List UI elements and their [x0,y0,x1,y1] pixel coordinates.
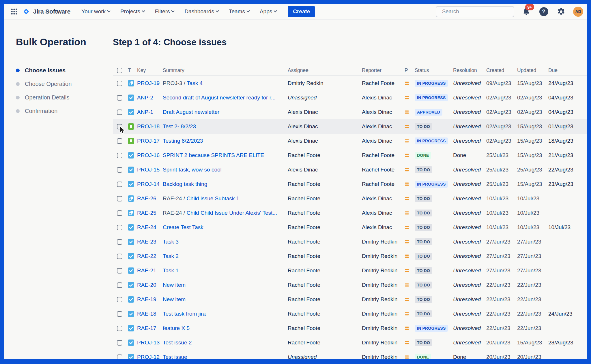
step-choose-issues[interactable]: Choose Issues [16,64,108,77]
row-checkbox[interactable] [117,311,122,317]
status-badge[interactable]: DONE [415,152,431,159]
avatar[interactable]: AD [573,7,583,17]
status-badge[interactable]: TO DO [415,238,432,245]
row-checkbox[interactable] [117,138,122,144]
column-header-t[interactable]: T [128,67,137,73]
summary-link[interactable]: Second draft of August newsletter ready … [163,95,276,101]
column-header-p[interactable]: P [405,67,415,73]
status-badge[interactable]: TO DO [415,310,432,317]
column-header-summary[interactable]: Summary [163,67,288,73]
issue-key-link[interactable]: PROJ-14 [137,181,160,187]
issue-key-link[interactable]: PROJ-18 [137,123,160,129]
column-header-assignee[interactable]: Assignee [288,67,362,73]
column-header-due[interactable]: Due [548,67,583,73]
issue-key-link[interactable]: RAE-19 [137,296,156,302]
column-header-updated[interactable]: Updated [517,67,548,73]
summary-link[interactable]: Child Child Issue Under Alexis' Test... [186,210,277,216]
select-all-checkbox[interactable] [117,68,122,73]
issue-key-link[interactable]: ANP-2 [137,95,153,101]
status-badge[interactable]: APPROVED [415,109,442,116]
issue-key-link[interactable]: PROJ-19 [137,80,160,86]
summary-link[interactable]: Testing 8/2/2023 [163,138,203,144]
column-header-key[interactable]: Key [137,67,163,73]
issue-key-link[interactable]: RAE-25 [137,210,156,216]
issue-key-link[interactable]: PROJ-13 [137,340,160,346]
row-checkbox[interactable] [117,225,122,230]
issue-key-link[interactable]: RAE-22 [137,253,156,259]
status-badge[interactable]: TO DO [415,224,432,231]
status-badge[interactable]: TO DO [415,282,432,288]
row-checkbox[interactable] [117,326,122,331]
summary-link[interactable]: Task 4 [187,80,203,86]
status-badge[interactable]: TO DO [415,210,432,216]
status-badge[interactable]: TO DO [415,339,432,346]
row-checkbox[interactable] [117,297,122,302]
help-button[interactable]: ? [538,6,549,17]
summary-link[interactable]: feature X 5 [163,325,190,331]
issue-key-link[interactable]: PROJ-15 [137,167,160,173]
row-checkbox[interactable] [117,167,122,173]
issue-key-link[interactable]: RAE-26 [137,195,156,201]
status-badge[interactable]: TO DO [415,195,432,202]
status-badge[interactable]: IN PROGRESS [415,137,448,144]
summary-link[interactable]: Backlog task thing [163,181,207,187]
notifications-button[interactable]: 9+ [521,6,532,17]
issue-key-link[interactable]: PROJ-12 [137,354,160,359]
summary-link[interactable]: Task 3 [163,239,179,245]
status-badge[interactable]: TO DO [415,253,432,260]
issue-key-link[interactable]: ANP-1 [137,109,153,115]
issue-key-link[interactable]: RAE-24 [137,224,156,230]
status-badge[interactable]: TO DO [415,166,432,173]
status-badge[interactable]: IN PROGRESS [415,325,448,332]
status-badge[interactable]: TO DO [415,296,432,303]
column-header-reporter[interactable]: Reporter [362,67,405,73]
nav-item-dashboards[interactable]: Dashboards [184,8,218,15]
column-header-status[interactable]: Status [415,67,453,73]
issue-key-link[interactable]: RAE-23 [137,239,156,245]
row-checkbox[interactable] [117,354,122,359]
row-checkbox[interactable] [117,239,122,245]
summary-link[interactable]: New item [163,282,186,288]
row-checkbox[interactable] [117,210,122,216]
nav-item-teams[interactable]: Teams [229,8,249,15]
row-checkbox[interactable] [117,340,122,346]
row-checkbox[interactable] [117,196,122,201]
nav-item-filters[interactable]: Filters [155,8,174,15]
step-choose-operation[interactable]: Choose Operation [16,77,108,91]
summary-link[interactable]: Test 2- 8/2/23 [163,123,196,129]
issue-key-link[interactable]: RAE-18 [137,311,156,317]
issue-key-link[interactable]: PROJ-17 [137,138,160,144]
settings-button[interactable] [556,6,566,17]
step-confirmation[interactable]: Confirmation [16,104,108,118]
status-badge[interactable]: IN PROGRESS [415,80,448,87]
column-header-created[interactable]: Created [486,67,517,73]
row-checkbox[interactable] [117,268,122,274]
row-checkbox[interactable] [117,182,122,187]
issue-key-link[interactable]: RAE-17 [137,325,156,331]
row-checkbox[interactable] [117,110,122,115]
nav-item-projects[interactable]: Projects [120,8,145,15]
summary-link[interactable]: Task 1 [163,267,179,274]
create-button[interactable]: Create [288,6,315,17]
summary-link[interactable]: Create Test Task [163,224,203,230]
summary-link[interactable]: Test task from jira [163,311,206,317]
column-header-resolution[interactable]: Resolution [453,67,486,73]
app-switcher-button[interactable] [8,6,20,17]
row-checkbox[interactable] [117,282,122,288]
summary-link[interactable]: Test issue 2 [163,340,192,346]
row-checkbox[interactable] [117,153,122,158]
issue-key-link[interactable]: RAE-20 [137,282,156,288]
step-operation-details[interactable]: Operation Details [16,91,108,104]
summary-link[interactable]: Child issue Subtask 1 [186,195,239,201]
nav-item-your-work[interactable]: Your work [81,8,110,15]
status-badge[interactable]: TO DO [415,123,432,130]
issue-key-link[interactable]: PROJ-16 [137,152,160,158]
summary-link[interactable]: Test issue [163,354,187,359]
row-checkbox[interactable] [117,254,122,259]
issue-key-link[interactable]: RAE-21 [137,267,156,274]
status-badge[interactable]: TO DO [415,267,432,274]
row-checkbox[interactable] [117,124,122,129]
summary-link[interactable]: Draft August newsletter [163,109,219,115]
summary-link[interactable]: New item [163,296,186,302]
jira-logo[interactable]: Jira Software [22,7,70,16]
